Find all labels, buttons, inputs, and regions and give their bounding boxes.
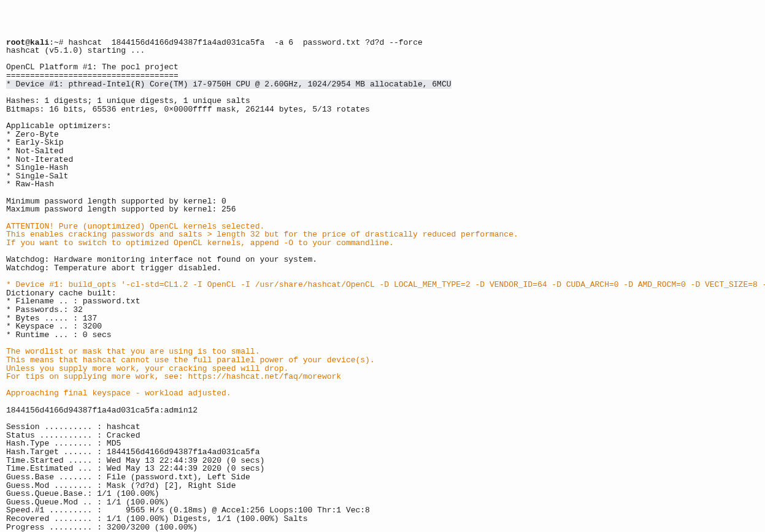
output-line: * Device #1: pthread-Intel(R) Core(TM) i…	[6, 80, 452, 89]
output-line: * Device #1: build_opts '-cl-std=CL1.2 -…	[6, 280, 765, 289]
output-line: 1844156d4166d94387f1a4ad031ca5fa:admin12	[6, 406, 198, 415]
output-line: Approaching final keyspace - workload ad…	[6, 389, 231, 398]
terminal-output[interactable]: root@kali:~# hashcat 1844156d4166d94387f…	[6, 39, 759, 532]
output-line: If you want to switch to optimized OpenC…	[6, 238, 394, 248]
output-line: Maximum password length supported by ker…	[6, 205, 236, 214]
output-line: For tips on supplying more work, see: ht…	[6, 372, 341, 381]
output-line: Bitmaps: 16 bits, 65536 entries, 0×0000f…	[6, 105, 370, 114]
output-line: * Raw-Hash	[6, 180, 54, 189]
output-line: ====================================	[6, 71, 179, 80]
output-line: Watchdog: Temperature abort trigger disa…	[6, 264, 221, 273]
output-line: hashcat (v5.1.0) starting ...	[6, 46, 145, 55]
output-line: * Runtime ... : 0 secs	[6, 330, 112, 340]
output-lines: hashcat (v5.1.0) starting ... OpenCL Pla…	[6, 47, 759, 532]
